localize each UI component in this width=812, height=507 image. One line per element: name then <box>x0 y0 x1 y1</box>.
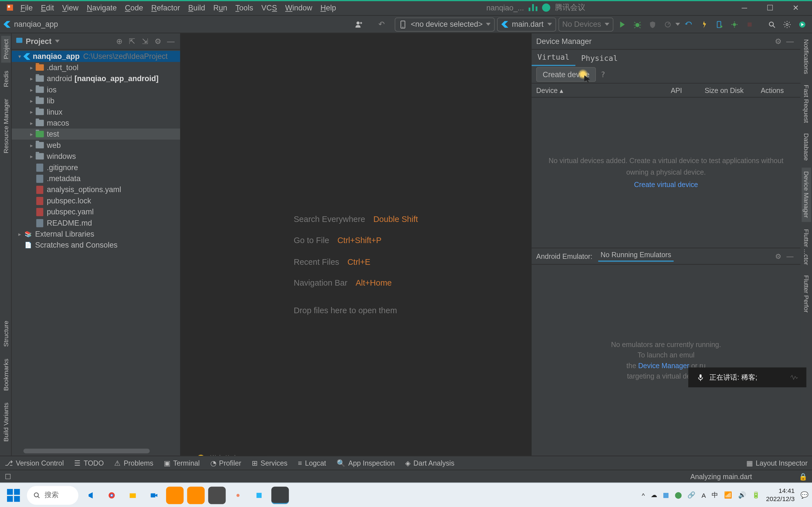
taskbar-app-sublime[interactable] <box>208 487 225 504</box>
taskbar-app-explorer[interactable] <box>124 487 142 504</box>
tray-icon[interactable]: 中 <box>712 491 718 499</box>
right-tab-flutter-perf[interactable]: Flutter Perfor <box>802 272 811 316</box>
left-tab-build-variants[interactable]: Build Variants <box>1 399 10 445</box>
col-size[interactable]: Size on Disk <box>705 86 761 94</box>
run-options-chevron[interactable] <box>675 23 680 25</box>
create-virtual-device-link[interactable]: Create virtual device <box>634 179 698 190</box>
left-tab-resource-manager[interactable]: Resource Manager <box>1 96 10 157</box>
tab-todo[interactable]: ☰TODO <box>74 459 104 467</box>
tray-icon[interactable]: ☁ <box>651 491 657 499</box>
tab-terminal[interactable]: ▣Terminal <box>164 459 200 467</box>
tab-virtual[interactable]: Virtual <box>531 49 575 66</box>
tree-root[interactable]: ▾ nanqiao_app C:\Users\zed\IdeaProject <box>11 51 180 62</box>
coverage-button[interactable] <box>646 18 659 31</box>
settings-button[interactable] <box>781 18 794 31</box>
close-button[interactable]: ✕ <box>783 0 809 15</box>
tray-notifications-icon[interactable]: 💬 <box>801 491 809 499</box>
col-actions[interactable]: Actions <box>761 86 784 94</box>
tray-icon[interactable]: A <box>702 492 706 499</box>
menu-run[interactable]: Run <box>209 1 232 14</box>
menu-window[interactable]: Window <box>281 1 316 14</box>
tab-problems[interactable]: ⚠Problems <box>114 459 153 467</box>
taskbar-app-vscode[interactable] <box>82 487 99 504</box>
collapse-icon[interactable]: ⇲ <box>139 35 151 47</box>
menu-refactor[interactable]: Refactor <box>147 1 184 14</box>
tab-dart-analysis[interactable]: ◈Dart Analysis <box>405 459 454 467</box>
tree-item[interactable]: ▸ windows <box>11 151 180 162</box>
chat-collapse-button[interactable]: ‹ <box>252 450 261 456</box>
chat-bubble[interactable]: 😃 说点什么… ‹ <box>191 447 267 456</box>
tray-volume-icon[interactable]: 🔊 <box>738 491 746 499</box>
tree-item[interactable]: analysis_options.yaml <box>11 184 180 195</box>
menu-navigate[interactable]: Navigate <box>83 1 121 14</box>
menu-view[interactable]: View <box>58 1 83 14</box>
tree-item[interactable]: ▸ test <box>11 128 180 139</box>
tree-item[interactable]: ▸ android [nanqiao_app_android] <box>11 73 180 84</box>
expand-icon[interactable]: ⇱ <box>126 35 138 47</box>
menu-code[interactable]: Code <box>121 1 147 14</box>
breadcrumb-project[interactable]: nanqiao_app <box>14 20 58 29</box>
search-button[interactable] <box>765 18 778 31</box>
devices-selector[interactable]: No Devices <box>558 17 613 31</box>
stop-button[interactable] <box>743 18 756 31</box>
profile-button[interactable] <box>661 18 674 31</box>
menu-edit[interactable]: Edit <box>37 1 58 14</box>
taskbar-app-meeting[interactable] <box>145 487 162 504</box>
run-button[interactable] <box>616 18 629 31</box>
right-tab-notifications[interactable]: Notifications <box>802 36 811 78</box>
taskbar-search[interactable]: 搜索 <box>27 486 79 504</box>
run-config-selector[interactable]: main.dart <box>497 17 556 31</box>
tray-icon[interactable]: 🔗 <box>688 491 696 499</box>
status-menu-button[interactable]: ☐ <box>5 472 11 481</box>
right-tab-database[interactable]: Database <box>802 130 811 165</box>
scrollbar-thumb[interactable] <box>23 449 150 453</box>
hide-icon[interactable]: — <box>165 35 176 47</box>
left-tab-structure[interactable]: Structure <box>1 318 10 350</box>
attach-debug-button[interactable] <box>682 18 695 31</box>
menu-tools[interactable]: Tools <box>232 1 257 14</box>
menu-file[interactable]: File <box>16 1 37 14</box>
taskbar-app[interactable] <box>229 487 247 504</box>
tray-chevron[interactable]: ^ <box>642 492 645 499</box>
add-user-button[interactable] <box>353 18 366 31</box>
left-tab-bookmarks[interactable]: Bookmarks <box>1 355 10 394</box>
tray-clock[interactable]: 14:41 2022/12/3 <box>766 487 795 503</box>
tab-services[interactable]: ⊞Services <box>252 459 288 467</box>
tree-item[interactable]: README.md <box>11 217 180 228</box>
view-selector-chevron[interactable] <box>55 40 60 43</box>
tree-scratches[interactable]: 📄 Scratches and Consoles <box>11 239 180 250</box>
tab-app-inspection[interactable]: 🔍App Inspection <box>337 459 395 467</box>
tray-wifi-icon[interactable]: 📶 <box>724 491 732 499</box>
tree-item[interactable]: pubspec.lock <box>11 195 180 206</box>
menu-help[interactable]: Help <box>316 1 340 14</box>
tray-icon[interactable]: ⬤ <box>675 491 682 499</box>
taskbar-app[interactable] <box>166 487 184 504</box>
attach-button[interactable] <box>713 18 726 31</box>
tree-item[interactable]: ▸ web <box>11 140 180 151</box>
maximize-button[interactable]: ☐ <box>757 0 783 15</box>
back-button[interactable]: ↶ <box>375 18 388 31</box>
tree-item[interactable]: ▸ linux <box>11 106 180 117</box>
hot-reload-button[interactable] <box>698 18 711 31</box>
tree-item[interactable]: ▸ .dart_tool <box>11 62 180 73</box>
gear-icon[interactable]: ⚙ <box>152 35 163 47</box>
tree-item[interactable]: ▸ macos <box>11 117 180 128</box>
tray-icon[interactable]: ▦ <box>663 491 669 499</box>
tab-version-control[interactable]: ⎇Version Control <box>5 459 64 467</box>
tree-item[interactable]: ▸ ios <box>11 84 180 95</box>
device-manager-link[interactable]: Device Manager <box>638 361 689 370</box>
col-api[interactable]: API <box>671 86 705 94</box>
tree-item[interactable]: ▸ lib <box>11 95 180 106</box>
target-icon[interactable]: ⊕ <box>113 35 125 47</box>
start-button[interactable] <box>3 485 23 505</box>
gear-icon[interactable]: ⚙ <box>772 35 784 47</box>
help-button[interactable]: ? <box>601 70 605 79</box>
tree-external-libs[interactable]: ▸📚 External Libraries <box>11 228 180 239</box>
tab-profiler[interactable]: ◔Profiler <box>210 459 241 467</box>
tab-physical[interactable]: Physical <box>575 50 623 66</box>
devtools-button[interactable] <box>728 18 741 31</box>
minimize-button[interactable]: ─ <box>732 0 757 15</box>
left-tab-redis[interactable]: Redis <box>1 67 10 91</box>
right-tab-flutter-inspector[interactable]: Flutter ...ctor <box>802 225 811 269</box>
status-lock-icon[interactable]: 🔒 <box>799 472 808 481</box>
